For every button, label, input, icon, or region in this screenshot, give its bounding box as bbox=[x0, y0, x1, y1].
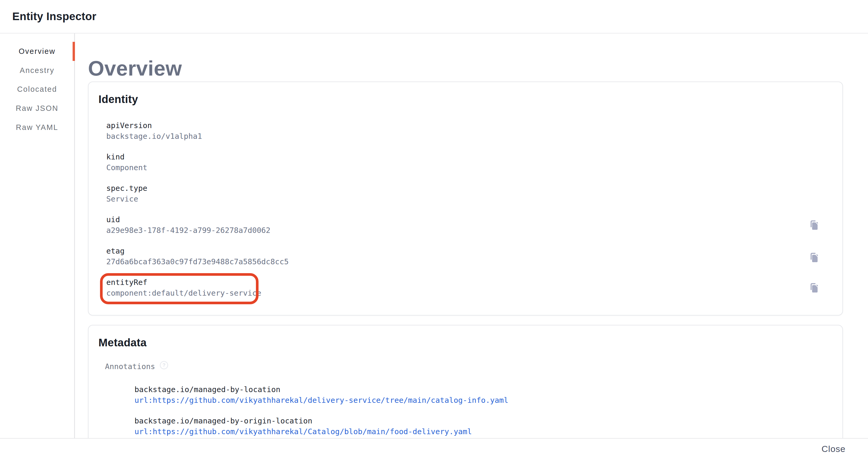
annotations-label: Annotations bbox=[105, 362, 155, 371]
sidebar-item-ancestry[interactable]: Ancestry bbox=[0, 61, 74, 80]
dialog-actions: Close bbox=[0, 438, 868, 459]
identity-card-title: Identity bbox=[98, 93, 138, 105]
annotation-managed-by-origin-location: backstage.io/managed-by-origin-location … bbox=[134, 417, 472, 436]
annotation-key: backstage.io/managed-by-location bbox=[134, 385, 508, 394]
field-value: component:default/delivery-service bbox=[106, 289, 261, 297]
field-label: spec.type bbox=[106, 184, 147, 192]
copy-entityref-button[interactable] bbox=[806, 281, 821, 295]
entity-inspector-dialog: Entity Inspector Overview Ancestry Coloc… bbox=[0, 0, 868, 459]
page-title: Overview bbox=[88, 58, 182, 79]
tab-panel-overview: Overview Identity apiVersion backstage.i… bbox=[76, 33, 868, 438]
field-value: Component bbox=[106, 163, 147, 172]
field-etag: etag 27d6a6bcaf363a0c97fd73e9488c7a5856d… bbox=[106, 247, 288, 266]
field-label: entityRef bbox=[106, 278, 261, 286]
field-label: apiVersion bbox=[106, 121, 202, 130]
sidebar-item-raw-json[interactable]: Raw JSON bbox=[0, 99, 74, 118]
field-value: backstage.io/v1alpha1 bbox=[106, 132, 202, 140]
active-tab-indicator bbox=[72, 42, 75, 61]
close-button[interactable]: Close bbox=[817, 439, 850, 459]
field-label: etag bbox=[106, 247, 288, 255]
metadata-card: Metadata Annotations ? backstage.io/mana… bbox=[88, 325, 843, 438]
sidebar-item-overview[interactable]: Overview bbox=[0, 42, 74, 61]
field-value: Service bbox=[106, 195, 147, 203]
annotations-header: Annotations ? bbox=[105, 362, 168, 371]
copy-icon bbox=[807, 219, 819, 231]
question-mark-circle-icon[interactable]: ? bbox=[160, 361, 168, 369]
copy-etag-button[interactable] bbox=[806, 251, 821, 265]
sidebar-item-colocated[interactable]: Colocated bbox=[0, 80, 74, 99]
copy-icon bbox=[807, 282, 819, 294]
field-value: 27d6a6bcaf363a0c97fd73e9488c7a5856dc8cc5 bbox=[106, 257, 288, 266]
field-entityref: entityRef component:default/delivery-ser… bbox=[106, 278, 261, 297]
field-label: kind bbox=[106, 153, 147, 161]
field-kind: kind Component bbox=[106, 153, 147, 172]
field-apiversion: apiVersion backstage.io/v1alpha1 bbox=[106, 121, 202, 140]
sidebar-item-raw-yaml[interactable]: Raw YAML bbox=[0, 118, 74, 137]
field-label: uid bbox=[106, 216, 271, 224]
identity-card: Identity apiVersion backstage.io/v1alpha… bbox=[88, 82, 843, 315]
annotation-link[interactable]: url:https://github.com/vikyathharekal/de… bbox=[134, 396, 508, 404]
dialog-header: Entity Inspector bbox=[0, 0, 868, 33]
annotation-managed-by-location: backstage.io/managed-by-location url:htt… bbox=[134, 385, 508, 404]
field-value: a29e98e3-178f-4192-a799-26278a7d0062 bbox=[106, 226, 271, 234]
dialog-title: Entity Inspector bbox=[12, 0, 96, 33]
field-uid: uid a29e98e3-178f-4192-a799-26278a7d0062 bbox=[106, 216, 271, 234]
metadata-card-title: Metadata bbox=[98, 337, 147, 349]
copy-uid-button[interactable] bbox=[806, 218, 821, 233]
sidebar-tabs: Overview Ancestry Colocated Raw JSON Raw… bbox=[0, 33, 75, 438]
annotation-link[interactable]: url:https://github.com/vikyathharekal/Ca… bbox=[134, 427, 472, 436]
copy-icon bbox=[807, 252, 819, 264]
annotation-key: backstage.io/managed-by-origin-location bbox=[134, 417, 472, 425]
field-spec-type: spec.type Service bbox=[106, 184, 147, 203]
